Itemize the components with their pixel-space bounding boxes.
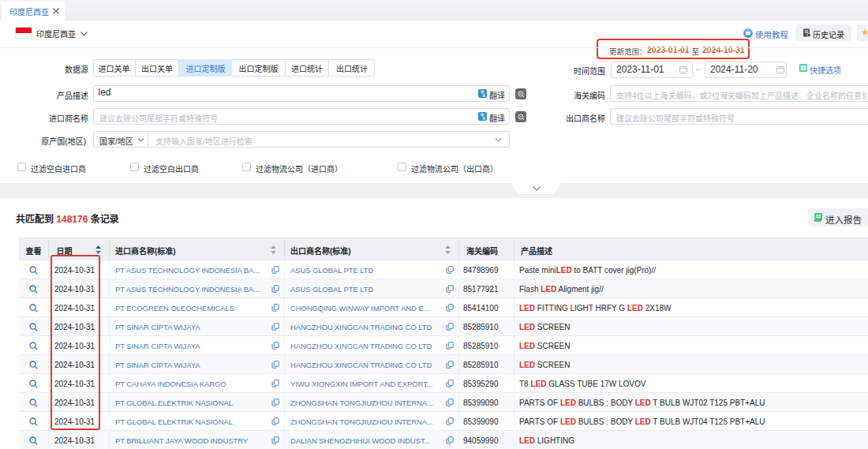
svg-text:A: A — [483, 93, 486, 98]
svg-text:A: A — [483, 116, 486, 121]
